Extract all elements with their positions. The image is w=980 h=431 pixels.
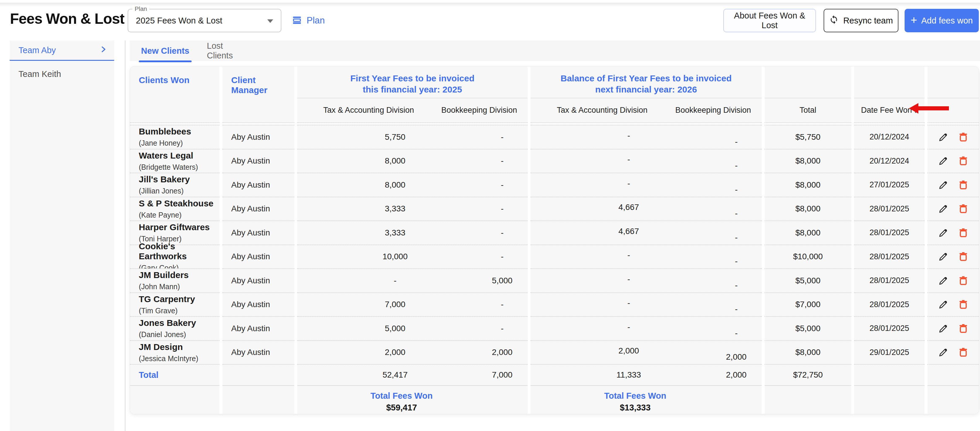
first-year-fees-cell: 8,000- [297, 172, 528, 197]
client-contact-name: (John Mann) [139, 283, 220, 291]
date-fee-won-cell: 20/12/2024 [854, 125, 924, 149]
add-fees-won-button[interactable]: Add fees won [905, 9, 979, 32]
first-year-fees-cell: 8,000- [297, 149, 528, 173]
delete-fee-button[interactable] [958, 347, 969, 358]
client-contact-name: (Tim Grave) [139, 306, 220, 315]
plus-icon [911, 16, 917, 26]
balance-bookkeeping-value: - [735, 137, 738, 147]
edit-fee-button[interactable] [938, 347, 949, 358]
fy-tax-value: 10,000 [383, 252, 408, 261]
client-manager-cell: Aby Austin [223, 125, 294, 149]
delete-fee-button[interactable] [958, 131, 969, 143]
balance-fees-cell: -- [530, 292, 762, 316]
resync-team-button[interactable]: Resync team [824, 9, 899, 32]
top-bar: Fees Won & Lost Plan 2025 Fees Won & Los… [0, 0, 980, 38]
total-row-manager-cell [223, 364, 294, 385]
row-actions-cell [928, 149, 979, 173]
active-tab-underline [139, 61, 192, 62]
delete-fee-button[interactable] [958, 203, 969, 214]
fy-bookkeeping-value: - [501, 180, 503, 190]
footer-actions-cell [928, 385, 979, 414]
subheader-tax-division: Tax & Accounting Division [557, 106, 648, 115]
edit-fee-button[interactable] [938, 203, 949, 214]
row-actions-cell [928, 172, 979, 197]
delete-fee-button[interactable] [958, 251, 969, 262]
total-row-balance-cell: 11,333 2,000 [530, 364, 762, 385]
client-contact-name: (Jillian Jones) [139, 187, 220, 195]
delete-fee-button[interactable] [958, 179, 969, 190]
edit-fee-button[interactable] [938, 299, 949, 310]
sidebar-item-team-keith[interactable]: Team Keith [10, 61, 114, 87]
client-contact-name: (Jane Honey) [139, 139, 220, 147]
footer-total-cell [765, 385, 851, 414]
about-fees-button[interactable]: About Fees Won & Lost [723, 9, 816, 32]
delete-fee-button[interactable] [958, 323, 969, 334]
edit-fee-button[interactable] [938, 131, 949, 143]
total-row-grand-total: $72,750 [765, 364, 851, 385]
tab-bar: New Clients Lost Clients [130, 40, 980, 61]
balance-fees-cell: -- [530, 268, 762, 292]
client-name: S & P Steakhouse [139, 198, 220, 208]
first-year-fees-cell: 2,0002,000 [297, 340, 528, 364]
client-cell: JM Builders(John Mann) [130, 268, 220, 292]
sidebar-item-team-aby[interactable]: Team Aby [10, 40, 114, 61]
balance-bookkeeping-value: 2,000 [726, 352, 746, 362]
edit-fee-button[interactable] [938, 323, 949, 334]
balance-tax-value: - [627, 179, 630, 188]
row-total-cell: $5,750 [765, 125, 851, 149]
col-header-date-fee-won[interactable]: Date Fee Won↓ [854, 66, 924, 123]
team-sidebar: Team Aby Team Keith [10, 40, 114, 431]
edit-fee-button[interactable] [938, 227, 949, 238]
row-total-cell: $8,000 [765, 149, 851, 173]
group-title: Balance of First Year Fees to be invoice… [530, 73, 762, 95]
client-manager-cell: Aby Austin [223, 292, 294, 316]
delete-fee-button[interactable] [958, 299, 969, 310]
edit-fee-button[interactable] [938, 275, 949, 286]
balance-fees-cell: 4,667- [530, 197, 762, 221]
client-name: Waters Legal [139, 151, 220, 161]
client-cell: Cookie's Earthworks(Gary Cook) [130, 244, 220, 269]
client-name: Jill's Bakery [139, 174, 220, 184]
client-manager-cell: Aby Austin [223, 316, 294, 340]
balance-tax-value: - [627, 131, 630, 140]
trash-icon [958, 203, 969, 214]
delete-fee-button[interactable] [958, 227, 969, 238]
sidebar-item-label: Team Aby [19, 46, 56, 55]
row-actions-cell [928, 340, 979, 364]
client-contact-name: (Jessica McIntyre) [139, 354, 220, 363]
row-actions-cell [928, 316, 979, 340]
total-bal-book: 2,000 [726, 370, 746, 380]
group-divider [765, 98, 851, 98]
tab-new-clients[interactable]: New Clients [139, 40, 192, 61]
edit-fee-button[interactable] [938, 155, 949, 166]
group-divider [928, 98, 979, 98]
fees-table-card: Clients Won Client Manager First Year Fe… [130, 66, 979, 414]
client-name: Jones Bakery [139, 318, 220, 328]
delete-fee-button[interactable] [958, 155, 969, 166]
trash-icon [958, 347, 969, 358]
footer-fy-total-cell: Total Fees Won $59,417 [297, 385, 528, 414]
client-cell: Waters Legal(Bridgette Waters) [130, 149, 220, 173]
pencil-icon [938, 228, 948, 238]
edit-fee-button[interactable] [938, 251, 949, 262]
plan-link[interactable]: Plan [292, 9, 325, 32]
total-bal-tax: 11,333 [616, 370, 641, 380]
first-year-fees-cell: -5,000 [297, 268, 528, 292]
tab-lost-clients[interactable]: Lost Clients [207, 40, 248, 61]
date-fee-won-cell: 28/01/2025 [854, 244, 924, 269]
plan-select[interactable]: Plan 2025 Fees Won & Lost [127, 9, 282, 32]
date-fee-won-cell: 28/01/2025 [854, 220, 924, 244]
balance-tax-value: 4,667 [619, 227, 639, 236]
fy-bookkeeping-value: 2,000 [492, 348, 512, 357]
delete-fee-button[interactable] [958, 275, 969, 286]
plan-link-label: Plan [307, 15, 325, 26]
fy-tax-value: 5,750 [385, 132, 406, 142]
balance-bookkeeping-value: - [735, 281, 738, 290]
first-year-fees-cell: 7,000- [297, 292, 528, 316]
total-fees-won-value: $59,417 [386, 403, 417, 412]
balance-fees-cell: 4,667- [530, 220, 762, 244]
edit-fee-button[interactable] [938, 179, 949, 190]
client-manager-cell: Aby Austin [223, 340, 294, 364]
fy-bookkeeping-value: - [501, 156, 503, 166]
total-fy-tax: 52,417 [383, 370, 408, 380]
